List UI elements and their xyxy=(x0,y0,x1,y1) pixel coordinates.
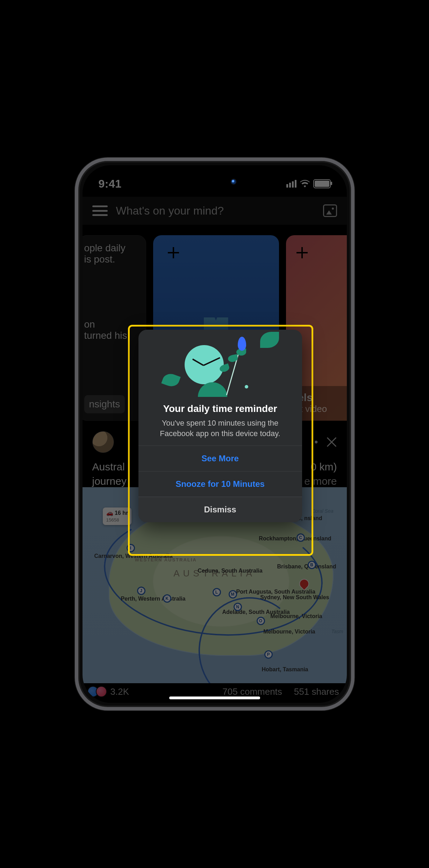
map-label: Hobart, Tasmania xyxy=(262,666,308,673)
leaf-icon xyxy=(260,332,279,348)
love-icon xyxy=(96,686,107,697)
iphone-frame: 9:41 What's on your mind? ople xyxy=(75,158,355,710)
insights-button[interactable]: nsights xyxy=(84,395,125,413)
photo-icon[interactable] xyxy=(323,204,337,217)
map-trip-card: 🚗 16 hr15658 xyxy=(103,507,132,525)
plus-icon xyxy=(168,247,179,258)
map-pin-icon: J xyxy=(137,587,145,595)
composer-placeholder[interactable]: What's on your mind? xyxy=(116,204,315,217)
map-label: Ceduna, South Australia xyxy=(198,568,263,574)
map-pin-icon: P xyxy=(264,650,273,659)
snooze-button[interactable]: Snooze for 10 Minutes xyxy=(138,471,302,497)
avatar[interactable] xyxy=(92,431,114,453)
composer-bar[interactable]: What's on your mind? xyxy=(83,197,347,225)
time-reminder-modal: Your daily time reminder You've spent 10… xyxy=(138,330,302,522)
front-camera-icon xyxy=(231,179,236,184)
cellular-icon xyxy=(286,180,296,188)
partial-text: ople daily xyxy=(84,243,140,254)
comments-count[interactable]: 705 comments xyxy=(222,686,282,697)
map-label: Perth, Western Australia xyxy=(121,596,186,602)
reaction-count[interactable]: 3.2K xyxy=(110,686,129,697)
partial-text: is post. xyxy=(84,254,140,265)
shares-count[interactable]: 551 shares xyxy=(294,686,339,697)
close-icon[interactable] xyxy=(326,436,337,448)
map-sea-label: Tasm xyxy=(331,629,343,634)
map-pin-icon: O xyxy=(257,617,265,625)
dynamic-island xyxy=(174,171,255,192)
map-pin-icon: N xyxy=(234,603,242,611)
leaf-icon xyxy=(161,371,181,389)
post-caption-fragment: journey xyxy=(92,474,127,489)
map-pin-icon: L xyxy=(213,588,221,596)
map-region-label: WESTERN AUSTRALIA xyxy=(135,557,197,562)
dot-icon xyxy=(245,385,248,388)
see-more-button[interactable]: See More xyxy=(138,446,302,471)
map-pin-icon: K xyxy=(163,594,171,603)
modal-body: You've spent 10 minutes using the Facebo… xyxy=(138,418,302,446)
reactions-icon[interactable] xyxy=(90,686,107,697)
wifi-icon xyxy=(300,180,310,188)
status-time: 9:41 xyxy=(99,177,122,190)
map-label: Adelaide, South Australia xyxy=(222,609,290,615)
menu-icon[interactable] xyxy=(92,205,108,216)
map-label: Brisbane, Queensland xyxy=(277,564,336,570)
flower-icon xyxy=(238,337,246,351)
map-sea-label: Coral Sea xyxy=(312,508,333,514)
home-indicator[interactable] xyxy=(169,696,260,699)
post-caption-fragment: Austral xyxy=(92,460,127,474)
map-label: Sydney, New South Wales xyxy=(260,594,329,601)
modal-title: Your daily time reminder xyxy=(138,403,302,418)
map-label: Melbourne, Victoria xyxy=(263,629,315,635)
map-pin-icon: B xyxy=(308,561,316,569)
map-pin-icon: M xyxy=(229,590,237,598)
battery-icon xyxy=(313,179,331,188)
more-icon[interactable]: • xyxy=(314,436,320,448)
hill-icon xyxy=(198,382,227,397)
dismiss-button[interactable]: Dismiss xyxy=(138,497,302,522)
plus-icon xyxy=(296,247,308,258)
modal-illustration xyxy=(138,330,302,403)
